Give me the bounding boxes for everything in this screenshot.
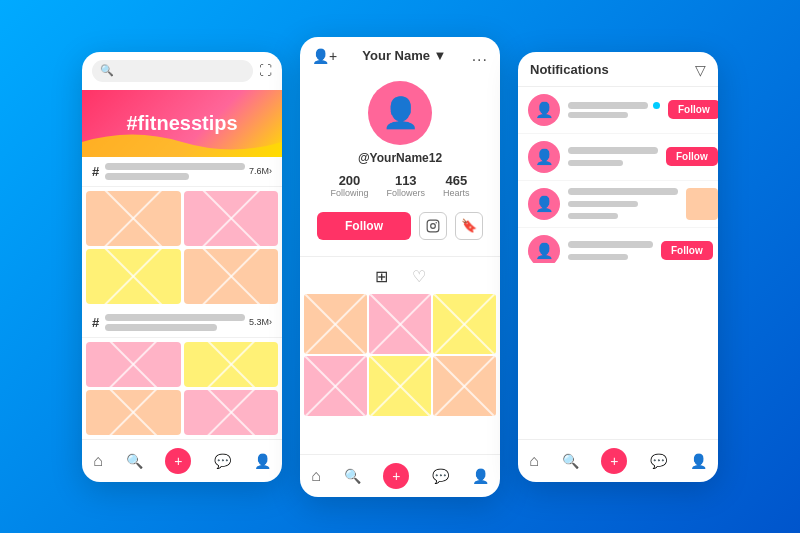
profile-section: 👤 @YourName12 200 Following 113 Follower… — [300, 71, 500, 250]
add-nav-icon[interactable]: + — [601, 448, 627, 474]
grid-item — [86, 342, 181, 387]
chat-nav-icon[interactable]: 💬 — [214, 453, 231, 469]
divider — [300, 256, 500, 257]
hearts-count: 465 — [445, 173, 467, 188]
grid-item — [86, 390, 181, 435]
phone3-bottom-nav: ⌂ 🔍 + 💬 👤 — [518, 439, 718, 482]
notification-item: 👤 Follow — [518, 134, 718, 181]
followers-count: 113 — [395, 173, 417, 188]
hero-hashtag: #fitnesstips — [126, 112, 237, 135]
expand-icon[interactable]: ⛶ — [259, 63, 272, 78]
avatar: 👤 — [368, 81, 432, 145]
bookmark-icon[interactable]: 🔖 — [455, 212, 483, 240]
notif-avatar: 👤 — [528, 94, 560, 126]
grid-item — [184, 249, 279, 304]
name-bar — [568, 188, 678, 195]
filter-icon[interactable]: ▽ — [695, 62, 706, 78]
notification-item: 👤 — [518, 181, 718, 228]
hash-icon-1: # — [92, 164, 99, 179]
chat-nav-icon[interactable]: 💬 — [650, 453, 667, 469]
grid-item — [304, 294, 367, 354]
more-options-icon[interactable]: ... — [472, 47, 488, 65]
phone-3: Notifications ▽ 👤 Follow — [518, 52, 718, 482]
time-bar — [568, 213, 618, 219]
notif-name-row — [568, 102, 660, 109]
profile-tabs: ⊞ ♡ — [300, 263, 500, 290]
bar — [105, 173, 189, 180]
notif-content — [568, 241, 653, 260]
following-count: 200 — [339, 173, 361, 188]
name-bar — [568, 147, 658, 154]
home-nav-icon[interactable]: ⌂ — [311, 467, 321, 485]
bar — [105, 324, 217, 331]
phone1-section2: # 5.3M› — [82, 308, 282, 338]
section2-bars — [105, 314, 245, 331]
phone2-bottom-nav: ⌂ 🔍 + 💬 👤 — [300, 454, 500, 497]
phone1-grid2 — [82, 338, 282, 439]
section1-bars — [105, 163, 245, 180]
grid-item — [369, 294, 432, 354]
add-user-icon[interactable]: 👤+ — [312, 48, 337, 64]
svg-point-2 — [436, 222, 437, 223]
home-nav-icon[interactable]: ⌂ — [529, 452, 539, 470]
profile-nav-icon[interactable]: 👤 — [472, 468, 489, 484]
notifications-title: Notifications — [530, 62, 609, 77]
hash-icon-2: # — [92, 315, 99, 330]
phone2-header: 👤+ Your Name ▼ ... — [300, 37, 500, 71]
heart-tab-icon[interactable]: ♡ — [412, 267, 426, 286]
notif-avatar: 👤 — [528, 141, 560, 173]
grid-item — [433, 294, 496, 354]
follow-button[interactable]: Follow — [668, 100, 718, 119]
chat-nav-icon[interactable]: 💬 — [432, 468, 449, 484]
notif-content — [568, 147, 658, 166]
follow-button[interactable]: Follow — [661, 241, 713, 260]
add-nav-icon[interactable]: + — [165, 448, 191, 474]
phone2-title: Your Name ▼ — [362, 48, 446, 63]
notif-thumbnail — [686, 188, 718, 220]
grid-item — [304, 356, 367, 416]
unread-dot — [653, 102, 660, 109]
notif-content — [568, 188, 678, 219]
section1-count: 7.6M› — [249, 166, 272, 176]
following-label: Following — [330, 188, 368, 198]
follow-button[interactable]: Follow — [666, 147, 718, 166]
notification-list: 👤 Follow 👤 — [518, 87, 718, 263]
search-nav-icon[interactable]: 🔍 — [344, 468, 361, 484]
phone-1: 🔍 ⛶ #fitnesstips # 7.6M› — [82, 52, 282, 482]
add-nav-icon[interactable]: + — [383, 463, 409, 489]
following-stat: 200 Following — [330, 173, 368, 198]
hearts-label: Hearts — [443, 188, 470, 198]
phone1-header: 🔍 ⛶ — [82, 52, 282, 90]
hearts-stat: 465 Hearts — [443, 173, 470, 198]
grid-item — [86, 249, 181, 304]
bar — [105, 163, 245, 170]
time-bar — [568, 160, 623, 166]
phone1-grid1 — [82, 187, 282, 308]
time-bar — [568, 254, 628, 260]
grid-tab-icon[interactable]: ⊞ — [375, 267, 388, 286]
grid-item — [184, 342, 279, 387]
search-nav-icon[interactable]: 🔍 — [562, 453, 579, 469]
search-icon: 🔍 — [100, 64, 114, 77]
notif-content — [568, 102, 660, 118]
follow-button[interactable]: Follow — [317, 212, 411, 240]
profile-stats: 200 Following 113 Followers 465 Hearts — [330, 173, 469, 198]
profile-nav-icon[interactable]: 👤 — [254, 453, 271, 469]
grid-item — [184, 191, 279, 246]
svg-point-1 — [431, 223, 436, 228]
phone1-hero: #fitnesstips — [82, 90, 282, 157]
username: @YourName12 — [358, 151, 442, 165]
grid-item — [86, 191, 181, 246]
search-bar[interactable]: 🔍 — [92, 60, 253, 82]
desc-bar — [568, 201, 638, 207]
notif-avatar: 👤 — [528, 188, 560, 220]
phone1-bottom-nav: ⌂ 🔍 + 💬 👤 — [82, 439, 282, 482]
profile-nav-icon[interactable]: 👤 — [690, 453, 707, 469]
notif-avatar: 👤 — [528, 235, 560, 263]
bar — [105, 314, 245, 321]
phone-2: 👤+ Your Name ▼ ... 👤 @YourName12 200 Fol… — [300, 37, 500, 497]
search-nav-icon[interactable]: 🔍 — [126, 453, 143, 469]
instagram-icon[interactable] — [419, 212, 447, 240]
grid-item — [369, 356, 432, 416]
home-nav-icon[interactable]: ⌂ — [93, 452, 103, 470]
